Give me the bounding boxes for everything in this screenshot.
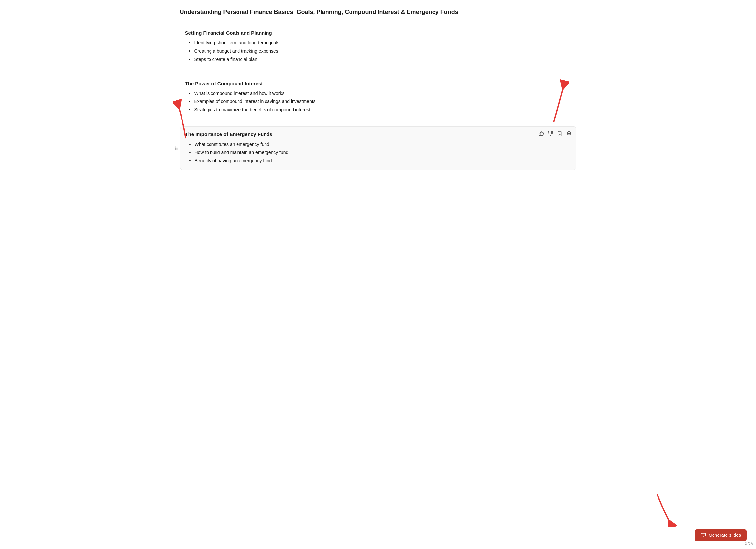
svg-point-4 xyxy=(175,149,176,150)
section-heading-2: The Power of Compound Interest xyxy=(185,80,571,88)
slides-icon xyxy=(701,533,706,538)
drag-handle[interactable] xyxy=(174,146,178,151)
section-block-3: The Importance of Emergency Funds What c… xyxy=(180,126,576,170)
svg-point-1 xyxy=(176,146,177,147)
bullet-item: How to build and maintain an emergency f… xyxy=(189,149,571,156)
bullet-item: What constitutes an emergency fund xyxy=(189,141,571,148)
svg-point-2 xyxy=(175,148,176,149)
section-block-2: The Power of Compound Interest What is c… xyxy=(180,76,576,119)
generate-slides-button[interactable]: Generate slides xyxy=(695,529,747,541)
svg-rect-6 xyxy=(701,533,705,536)
bullet-item: Examples of compound interest in savings… xyxy=(189,98,571,105)
svg-point-0 xyxy=(175,146,176,147)
section-actions xyxy=(538,130,572,137)
section-heading-3: The Importance of Emergency Funds xyxy=(185,131,571,138)
section-block-1: Setting Financial Goals and Planning Ide… xyxy=(180,25,576,68)
bookmark-button[interactable] xyxy=(556,130,563,137)
bullet-list-2: What is compound interest and how it wor… xyxy=(185,90,571,113)
bullet-item: Strategies to maximize the benefits of c… xyxy=(189,106,571,113)
bullet-item: Creating a budget and tracking expenses xyxy=(189,48,571,55)
delete-button[interactable] xyxy=(566,130,572,137)
bullet-item: Identifying short-term and long-term goa… xyxy=(189,40,571,46)
bullet-item: Benefits of having an emergency fund xyxy=(189,157,571,164)
bullet-item: Steps to create a financial plan xyxy=(189,56,571,63)
arrow-annotation-bottom xyxy=(647,491,677,530)
main-content: Understanding Personal Finance Basics: G… xyxy=(171,0,586,186)
xda-watermark: XDA xyxy=(745,541,753,547)
page-title: Understanding Personal Finance Basics: G… xyxy=(180,8,576,16)
svg-point-3 xyxy=(176,148,177,149)
generate-slides-label: Generate slides xyxy=(709,533,741,538)
thumbs-down-button[interactable] xyxy=(547,130,554,137)
bullet-list-1: Identifying short-term and long-term goa… xyxy=(185,40,571,63)
section-heading-1: Setting Financial Goals and Planning xyxy=(185,29,571,37)
svg-point-5 xyxy=(176,149,177,150)
thumbs-up-button[interactable] xyxy=(538,130,545,137)
bullet-list-3: What constitutes an emergency fund How t… xyxy=(185,141,571,164)
bullet-item: What is compound interest and how it wor… xyxy=(189,90,571,97)
